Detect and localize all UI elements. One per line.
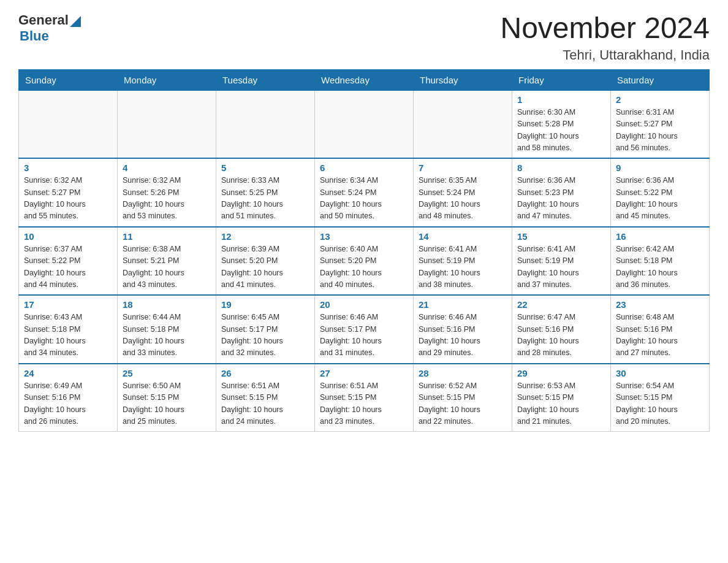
logo: General Blue <box>18 12 81 44</box>
location-title: Tehri, Uttarakhand, India <box>500 47 710 63</box>
logo-general-text: General <box>18 12 69 28</box>
day-info: Sunrise: 6:39 AMSunset: 5:20 PMDaylight:… <box>221 243 309 291</box>
calendar-cell: 15Sunrise: 6:41 AMSunset: 5:19 PMDayligh… <box>512 227 611 296</box>
calendar-cell: 4Sunrise: 6:32 AMSunset: 5:26 PMDaylight… <box>118 158 216 227</box>
day-info: Sunrise: 6:35 AMSunset: 5:24 PMDaylight:… <box>419 175 507 223</box>
day-number: 9 <box>616 163 704 173</box>
day-info: Sunrise: 6:46 AMSunset: 5:16 PMDaylight:… <box>419 312 507 359</box>
calendar-cell: 25Sunrise: 6:50 AMSunset: 5:15 PMDayligh… <box>118 364 216 432</box>
day-number: 1 <box>517 94 605 105</box>
logo-blue-text: Blue <box>20 28 49 44</box>
calendar-cell <box>315 90 414 158</box>
day-number: 19 <box>221 299 309 310</box>
day-number: 4 <box>123 163 211 173</box>
day-number: 12 <box>221 231 309 242</box>
page-header: General Blue November 2024 Tehri, Uttara… <box>18 12 710 63</box>
day-number: 25 <box>123 368 211 378</box>
day-number: 10 <box>24 231 112 242</box>
weekday-header-wednesday: Wednesday <box>315 69 414 90</box>
day-number: 14 <box>419 231 507 242</box>
day-info: Sunrise: 6:52 AMSunset: 5:15 PMDaylight:… <box>419 380 507 428</box>
day-number: 6 <box>320 163 408 173</box>
weekday-header-monday: Monday <box>118 69 216 90</box>
day-info: Sunrise: 6:32 AMSunset: 5:26 PMDaylight:… <box>123 175 211 223</box>
calendar-week-row: 1Sunrise: 6:30 AMSunset: 5:28 PMDaylight… <box>19 90 710 158</box>
day-number: 27 <box>320 368 408 378</box>
calendar-week-row: 3Sunrise: 6:32 AMSunset: 5:27 PMDaylight… <box>19 158 710 227</box>
day-info: Sunrise: 6:51 AMSunset: 5:15 PMDaylight:… <box>320 380 408 428</box>
day-number: 17 <box>24 299 112 310</box>
day-number: 22 <box>517 299 605 310</box>
day-number: 13 <box>320 231 408 242</box>
calendar-cell: 22Sunrise: 6:47 AMSunset: 5:16 PMDayligh… <box>512 295 611 364</box>
calendar-cell: 23Sunrise: 6:48 AMSunset: 5:16 PMDayligh… <box>611 295 710 364</box>
calendar-cell: 12Sunrise: 6:39 AMSunset: 5:20 PMDayligh… <box>216 227 315 296</box>
day-info: Sunrise: 6:47 AMSunset: 5:16 PMDaylight:… <box>517 312 605 359</box>
logo-triangle-icon <box>70 16 81 27</box>
day-info: Sunrise: 6:40 AMSunset: 5:20 PMDaylight:… <box>320 243 408 291</box>
calendar-cell: 2Sunrise: 6:31 AMSunset: 5:27 PMDaylight… <box>611 90 710 158</box>
calendar-cell <box>414 90 512 158</box>
day-number: 28 <box>419 368 507 378</box>
calendar-cell: 10Sunrise: 6:37 AMSunset: 5:22 PMDayligh… <box>19 227 118 296</box>
day-info: Sunrise: 6:38 AMSunset: 5:21 PMDaylight:… <box>123 243 211 291</box>
day-number: 30 <box>616 368 704 378</box>
calendar-cell: 3Sunrise: 6:32 AMSunset: 5:27 PMDaylight… <box>19 158 118 227</box>
calendar-table: SundayMondayTuesdayWednesdayThursdayFrid… <box>18 69 710 432</box>
calendar-cell: 9Sunrise: 6:36 AMSunset: 5:22 PMDaylight… <box>611 158 710 227</box>
calendar-cell: 14Sunrise: 6:41 AMSunset: 5:19 PMDayligh… <box>414 227 512 296</box>
day-number: 21 <box>419 299 507 310</box>
day-number: 16 <box>616 231 704 242</box>
title-block: November 2024 Tehri, Uttarakhand, India <box>500 12 710 63</box>
day-info: Sunrise: 6:32 AMSunset: 5:27 PMDaylight:… <box>24 175 112 223</box>
day-number: 29 <box>517 368 605 378</box>
weekday-header-friday: Friday <box>512 69 611 90</box>
day-info: Sunrise: 6:44 AMSunset: 5:18 PMDaylight:… <box>123 312 211 359</box>
day-info: Sunrise: 6:33 AMSunset: 5:25 PMDaylight:… <box>221 175 309 223</box>
calendar-cell: 29Sunrise: 6:53 AMSunset: 5:15 PMDayligh… <box>512 364 611 432</box>
calendar-cell: 1Sunrise: 6:30 AMSunset: 5:28 PMDaylight… <box>512 90 611 158</box>
day-info: Sunrise: 6:34 AMSunset: 5:24 PMDaylight:… <box>320 175 408 223</box>
calendar-cell: 7Sunrise: 6:35 AMSunset: 5:24 PMDaylight… <box>414 158 512 227</box>
day-number: 8 <box>517 163 605 173</box>
day-info: Sunrise: 6:41 AMSunset: 5:19 PMDaylight:… <box>419 243 507 291</box>
day-info: Sunrise: 6:41 AMSunset: 5:19 PMDaylight:… <box>517 243 605 291</box>
calendar-cell: 16Sunrise: 6:42 AMSunset: 5:18 PMDayligh… <box>611 227 710 296</box>
svg-marker-0 <box>70 16 81 27</box>
day-info: Sunrise: 6:53 AMSunset: 5:15 PMDaylight:… <box>517 380 605 428</box>
day-info: Sunrise: 6:30 AMSunset: 5:28 PMDaylight:… <box>517 107 605 155</box>
calendar-week-row: 24Sunrise: 6:49 AMSunset: 5:16 PMDayligh… <box>19 364 710 432</box>
calendar-cell: 13Sunrise: 6:40 AMSunset: 5:20 PMDayligh… <box>315 227 414 296</box>
day-info: Sunrise: 6:37 AMSunset: 5:22 PMDaylight:… <box>24 243 112 291</box>
weekday-header-row: SundayMondayTuesdayWednesdayThursdayFrid… <box>19 69 710 90</box>
calendar-cell: 21Sunrise: 6:46 AMSunset: 5:16 PMDayligh… <box>414 295 512 364</box>
day-number: 15 <box>517 231 605 242</box>
day-number: 11 <box>123 231 211 242</box>
weekday-header-sunday: Sunday <box>19 69 118 90</box>
day-info: Sunrise: 6:43 AMSunset: 5:18 PMDaylight:… <box>24 312 112 359</box>
calendar-cell: 6Sunrise: 6:34 AMSunset: 5:24 PMDaylight… <box>315 158 414 227</box>
calendar-cell: 19Sunrise: 6:45 AMSunset: 5:17 PMDayligh… <box>216 295 315 364</box>
day-info: Sunrise: 6:50 AMSunset: 5:15 PMDaylight:… <box>123 380 211 428</box>
calendar-cell: 30Sunrise: 6:54 AMSunset: 5:15 PMDayligh… <box>611 364 710 432</box>
calendar-cell: 28Sunrise: 6:52 AMSunset: 5:15 PMDayligh… <box>414 364 512 432</box>
calendar-cell: 20Sunrise: 6:46 AMSunset: 5:17 PMDayligh… <box>315 295 414 364</box>
calendar-cell: 8Sunrise: 6:36 AMSunset: 5:23 PMDaylight… <box>512 158 611 227</box>
month-title: November 2024 <box>500 12 710 45</box>
day-number: 5 <box>221 163 309 173</box>
weekday-header-tuesday: Tuesday <box>216 69 315 90</box>
day-info: Sunrise: 6:51 AMSunset: 5:15 PMDaylight:… <box>221 380 309 428</box>
day-info: Sunrise: 6:31 AMSunset: 5:27 PMDaylight:… <box>616 107 704 155</box>
day-info: Sunrise: 6:36 AMSunset: 5:23 PMDaylight:… <box>517 175 605 223</box>
calendar-cell <box>19 90 118 158</box>
day-number: 3 <box>24 163 112 173</box>
day-info: Sunrise: 6:46 AMSunset: 5:17 PMDaylight:… <box>320 312 408 359</box>
day-number: 18 <box>123 299 211 310</box>
day-number: 20 <box>320 299 408 310</box>
day-info: Sunrise: 6:42 AMSunset: 5:18 PMDaylight:… <box>616 243 704 291</box>
day-number: 7 <box>419 163 507 173</box>
calendar-cell: 26Sunrise: 6:51 AMSunset: 5:15 PMDayligh… <box>216 364 315 432</box>
day-number: 24 <box>24 368 112 378</box>
calendar-cell: 17Sunrise: 6:43 AMSunset: 5:18 PMDayligh… <box>19 295 118 364</box>
calendar-cell: 11Sunrise: 6:38 AMSunset: 5:21 PMDayligh… <box>118 227 216 296</box>
